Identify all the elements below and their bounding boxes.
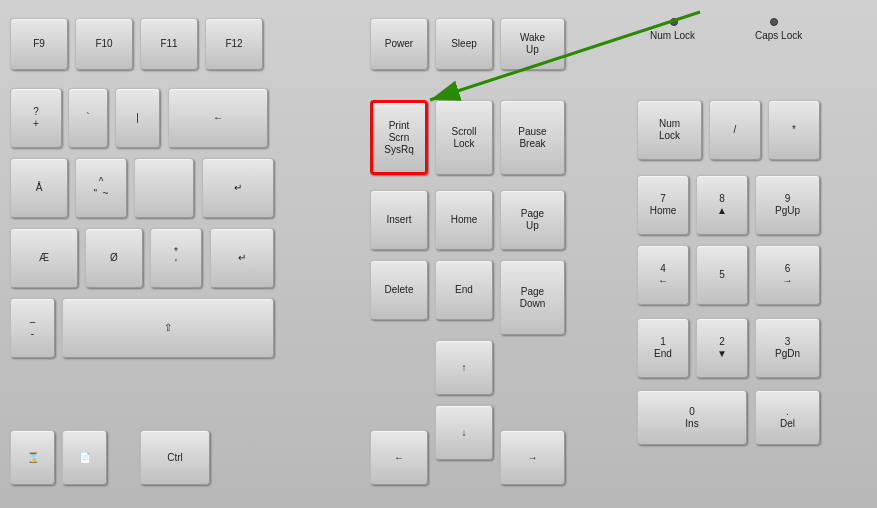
key-num-8[interactable]: 8 ▲ <box>696 175 748 235</box>
key-num-9[interactable]: 9 PgUp <box>755 175 820 235</box>
key-document[interactable]: 📄 <box>62 430 107 485</box>
keyboard-layout: Num Lock Caps Lock F9 F10 F11 F12 Power … <box>0 0 877 508</box>
key-page-up[interactable]: Page Up <box>500 190 565 250</box>
key-end[interactable]: End <box>435 260 493 320</box>
key-backspace[interactable]: ← <box>168 88 268 148</box>
key-ae[interactable]: Æ <box>10 228 78 288</box>
key-num-3[interactable]: 3 PgDn <box>755 318 820 378</box>
key-f10[interactable]: F10 <box>75 18 133 70</box>
key-left-arrow[interactable]: ← <box>370 430 428 485</box>
key-num-6[interactable]: 6 → <box>755 245 820 305</box>
key-f12[interactable]: F12 <box>205 18 263 70</box>
key-sleep[interactable]: Sleep <box>435 18 493 70</box>
key-num-slash[interactable]: / <box>709 100 761 160</box>
key-num-star[interactable]: * <box>768 100 820 160</box>
key-down-arrow[interactable]: ↓ <box>435 405 493 460</box>
key-insert[interactable]: Insert <box>370 190 428 250</box>
key-asterisk[interactable]: * ' <box>150 228 202 288</box>
key-num-4[interactable]: 4 ← <box>637 245 689 305</box>
key-up-arrow[interactable]: ↑ <box>435 340 493 395</box>
key-home[interactable]: Home <box>435 190 493 250</box>
key-hourglass[interactable]: ⌛ <box>10 430 55 485</box>
key-shift-left[interactable]: ⇧ <box>62 298 274 358</box>
num-lock-label: Num Lock <box>650 30 695 41</box>
key-pause-break[interactable]: Pause Break <box>500 100 565 175</box>
caps-lock-label: Caps Lock <box>755 30 802 41</box>
key-something[interactable] <box>134 158 194 218</box>
key-delete[interactable]: Delete <box>370 260 428 320</box>
key-print-scrn[interactable]: Print Scrn SysRq <box>370 100 428 175</box>
key-oslash[interactable]: Ø <box>85 228 143 288</box>
key-question[interactable]: ? + <box>10 88 62 148</box>
key-caret[interactable]: ^ " ~ <box>75 158 127 218</box>
num-lock-led <box>670 18 678 26</box>
key-num-0[interactable]: 0 Ins <box>637 390 747 445</box>
key-ctrl-left[interactable]: Ctrl <box>140 430 210 485</box>
key-enter-bottom[interactable]: ↵ <box>210 228 274 288</box>
key-wake-up[interactable]: Wake Up <box>500 18 565 70</box>
key-num-lock[interactable]: Num Lock <box>637 100 702 160</box>
key-num-2[interactable]: 2 ▼ <box>696 318 748 378</box>
key-num-7[interactable]: 7 Home <box>637 175 689 235</box>
key-page-down[interactable]: Page Down <box>500 260 565 335</box>
key-scroll-lock[interactable]: Scroll Lock <box>435 100 493 175</box>
key-num-1[interactable]: 1 End <box>637 318 689 378</box>
key-a-ring[interactable]: Å <box>10 158 68 218</box>
key-pipe[interactable]: | <box>115 88 160 148</box>
key-right-arrow[interactable]: → <box>500 430 565 485</box>
key-backtick[interactable]: ` <box>68 88 108 148</box>
key-f11[interactable]: F11 <box>140 18 198 70</box>
key-num-5[interactable]: 5 <box>696 245 748 305</box>
key-enter-right-top[interactable]: ↵ <box>202 158 274 218</box>
key-f9[interactable]: F9 <box>10 18 68 70</box>
key-power[interactable]: Power <box>370 18 428 70</box>
caps-lock-led <box>770 18 778 26</box>
key-num-dot[interactable]: . Del <box>755 390 820 445</box>
key-minus[interactable]: – - <box>10 298 55 358</box>
